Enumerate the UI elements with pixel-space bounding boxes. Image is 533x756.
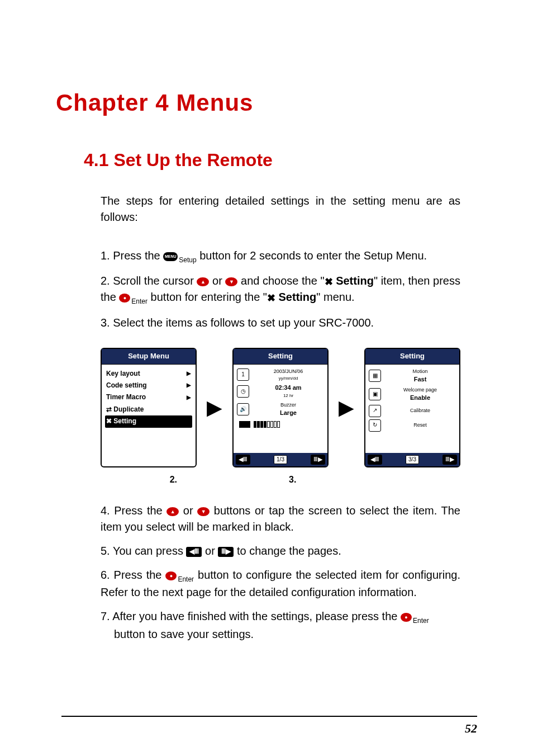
arrow-right-icon: ▶ xyxy=(207,393,222,422)
step-2: 2. Scroll the cursor ▲ or ▼ and choose t… xyxy=(101,273,460,306)
step-7: 7. After you have finished with the sett… xyxy=(101,608,460,642)
step5-or: or xyxy=(205,545,218,557)
step6-part-a: 6. Press the xyxy=(101,569,165,581)
enter-icon: ● xyxy=(165,571,177,580)
date-value: 2003/JUN/06 xyxy=(253,368,324,375)
label-3: 3. xyxy=(289,473,296,486)
chevron-right-icon: ▶ xyxy=(187,370,191,378)
page-next-button[interactable]: Ⅲ▶ xyxy=(442,455,457,465)
setting-time-row[interactable]: ◷ 02:34 am12 hr xyxy=(237,384,324,399)
step-4: 4. Press the ▲ or ▼ buttons or tap the s… xyxy=(101,503,460,535)
motion-icon: ▦ xyxy=(369,370,381,382)
setting-buzzer-row[interactable]: 🔊 BuzzerLarge xyxy=(237,401,324,418)
menu-key-layout[interactable]: Key layout▶ xyxy=(105,368,192,380)
step2-part-d: button for entering the " xyxy=(151,291,267,303)
step2-part-a: 2. Scroll the cursor xyxy=(101,275,197,287)
time-value: 02:34 am xyxy=(253,384,324,393)
calibrate-icon: ↗ xyxy=(369,405,381,417)
reset-label: Reset xyxy=(384,422,456,429)
label-2: 2. xyxy=(170,473,177,486)
menu-duplicate-label: Duplicate xyxy=(113,405,144,413)
menu-setting-label: Setting xyxy=(113,417,136,425)
screen-setting-1: Setting 1 2003/JUN/06yy/mm/dd ◷ 02:34 am… xyxy=(232,348,329,467)
menu-duplicate[interactable]: ⇄ Duplicate xyxy=(105,404,192,415)
chapter-title: Chapter 4 Menus xyxy=(56,89,477,116)
screen-setup-menu: Setup Menu Key layout▶ Code setting▶ Tim… xyxy=(101,348,197,467)
setup-label: Setup xyxy=(179,256,196,264)
battery-row xyxy=(237,420,324,429)
reset-icon: ↻ xyxy=(369,419,381,432)
step4-or: or xyxy=(183,504,197,517)
step7-part-a: 7. After you have finished with the sett… xyxy=(101,610,401,622)
cursor-down-icon: ▼ xyxy=(197,507,210,516)
setting-label-1: Setting xyxy=(333,275,374,287)
step5-part-b: to change the pages. xyxy=(237,545,341,557)
menu-timer-macro[interactable]: Timer Macro▶ xyxy=(105,391,192,403)
setting-calibrate-row[interactable]: ↗ Calibrate xyxy=(369,405,456,417)
cursor-up-icon: ▲ xyxy=(166,507,179,516)
page-left-icon: ◀Ⅲ xyxy=(186,547,202,557)
welcome-label: Welcome page xyxy=(384,386,456,394)
sound-icon: 🔊 xyxy=(237,403,249,415)
step7-part-b: button to save your settings. xyxy=(114,626,460,642)
step-3: 3. Select the items as follows to set up… xyxy=(101,315,460,331)
menu-code-setting[interactable]: Code setting▶ xyxy=(105,380,192,391)
menu-timer-macro-label: Timer Macro xyxy=(106,393,146,402)
step3-text: 3. Select the items as follows to set up… xyxy=(101,315,460,331)
setting-motion-row[interactable]: ▦ MotionFast xyxy=(369,368,456,384)
calibrate-label: Calibrate xyxy=(384,407,456,414)
screen-setting-3: Setting ▦ MotionFast ▣ Welcome pageEnabl… xyxy=(364,348,460,467)
step5-part-a: 5. You can press xyxy=(101,545,186,557)
setting-welcome-row[interactable]: ▣ Welcome pageEnable xyxy=(369,386,456,403)
step4-part-a: 4. Press the xyxy=(101,504,166,517)
welcome-value: Enable xyxy=(384,394,456,403)
chevron-right-icon: ▶ xyxy=(187,394,191,402)
step-1: 1. Press the MENUSetup button for 2 seco… xyxy=(101,248,460,265)
battery-bars xyxy=(254,421,280,428)
page-indicator-3: 3/3 xyxy=(406,455,419,465)
setting-date-row[interactable]: 1 2003/JUN/06yy/mm/dd xyxy=(237,368,324,382)
step-5: 5. You can press ◀Ⅲ or Ⅲ▶ to change the … xyxy=(101,543,460,559)
section-title: 4.1 Set Up the Remote xyxy=(84,150,477,171)
enter-label-1: Enter xyxy=(131,297,147,305)
enter-icon: ● xyxy=(119,294,130,303)
page-indicator-2: 1/3 xyxy=(274,455,287,465)
buzzer-value: Large xyxy=(253,409,324,418)
step-6: 6. Press the ●Enter button to configure … xyxy=(101,567,460,601)
intro-text: The steps for entering detailed settings… xyxy=(101,193,460,225)
screens-row: Setup Menu Key layout▶ Code setting▶ Tim… xyxy=(101,348,460,467)
calendar-icon: 1 xyxy=(237,368,249,381)
step1-part-b: button for 2 seconds to enter the Setup … xyxy=(199,249,427,262)
screen2-header: Setting xyxy=(234,349,327,365)
wrench-icon-2: ✖ xyxy=(267,291,275,305)
battery-icon xyxy=(239,421,250,428)
step2-part-e: " menu. xyxy=(316,291,354,303)
date-format: yy/mm/dd xyxy=(253,375,324,382)
page-prev-button[interactable]: ◀Ⅲ xyxy=(236,455,250,465)
page-prev-button[interactable]: ◀Ⅲ xyxy=(368,455,382,465)
time-format: 12 hr xyxy=(253,393,324,399)
step2-or: or xyxy=(212,275,225,287)
menu-setting[interactable]: ✖ Setting xyxy=(105,415,192,427)
wrench-icon: ✖ xyxy=(325,275,333,289)
page-right-icon: Ⅲ▶ xyxy=(218,547,234,557)
enter-label-2: Enter xyxy=(178,575,194,583)
step2-part-b: and choose the " xyxy=(241,275,325,287)
menu-code-setting-label: Code setting xyxy=(106,381,147,390)
motion-value: Fast xyxy=(384,375,456,384)
cursor-up-icon: ▲ xyxy=(197,277,209,286)
chevron-right-icon: ▶ xyxy=(187,381,191,390)
menu-icon: MENU xyxy=(163,252,178,261)
clock-icon: ◷ xyxy=(237,385,249,398)
screen-labels: 2. 3. xyxy=(101,473,460,486)
enter-label-3: Enter xyxy=(413,617,429,625)
arrow-right-icon: ▶ xyxy=(339,393,354,422)
welcome-icon: ▣ xyxy=(369,388,381,400)
screen3-header: Setting xyxy=(365,349,459,365)
setting-reset-row[interactable]: ↻ Reset xyxy=(369,419,456,432)
buzzer-label: Buzzer xyxy=(253,401,324,409)
motion-label: Motion xyxy=(384,368,456,375)
page-number: 52 xyxy=(465,721,477,736)
page-next-button[interactable]: Ⅲ▶ xyxy=(311,455,325,465)
cursor-down-icon: ▼ xyxy=(225,277,237,286)
